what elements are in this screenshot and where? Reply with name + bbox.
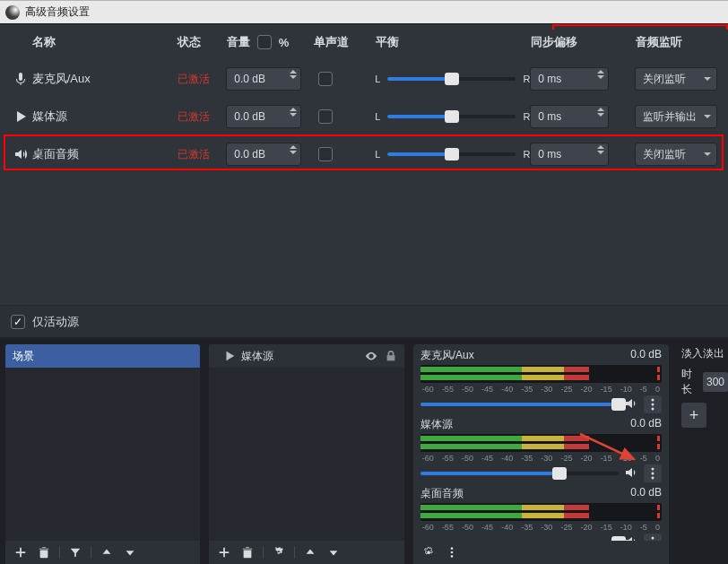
sync-input[interactable]: 0 ms (530, 67, 609, 91)
monitor-select[interactable]: 关闭监听 (635, 67, 717, 91)
source-down-button[interactable] (324, 543, 343, 561)
scene-add-button[interactable] (11, 543, 30, 561)
channel-volume-slider[interactable] (420, 403, 619, 406)
volume-input[interactable]: 0.0 dB (226, 143, 301, 166)
source-delete-button[interactable] (238, 543, 257, 561)
row-name: 麦克风/Aux (32, 71, 178, 87)
duration-input[interactable]: 300 (703, 372, 728, 392)
monitor-select[interactable]: 监听并输出 (635, 105, 717, 128)
svg-point-2 (651, 408, 654, 411)
balance-right-label: R (523, 111, 530, 122)
channel-level: 0.0 dB (630, 486, 662, 501)
mono-checkbox[interactable] (318, 147, 333, 161)
scenes-footer (5, 541, 200, 564)
balance-left-label: L (375, 74, 380, 84)
vu-meter (420, 503, 662, 521)
header-balance: 平衡 (376, 34, 531, 50)
svg-point-10 (450, 547, 453, 550)
active-only-label: 仅活动源 (32, 314, 79, 330)
scene-down-button[interactable] (120, 543, 140, 561)
speaker-icon[interactable] (624, 396, 638, 413)
eye-icon[interactable] (365, 350, 377, 362)
scenes-body[interactable] (5, 368, 200, 541)
svg-point-4 (651, 473, 654, 475)
mono-checkbox[interactable] (318, 109, 333, 124)
channel-name: 媒体源 (420, 417, 453, 432)
mono-checkbox[interactable] (318, 72, 333, 86)
meter-ticks: -60-55-50-45-40-35-30-25-20-15-10-50 (420, 523, 662, 532)
table-header: 名称 状态 音量 % 单声道 平衡 同步偏移 音频监听 (0, 24, 728, 60)
window-titlebar: 高级音频设置 (0, 0, 728, 23)
row-state: 已激活 (178, 147, 226, 162)
sources-body[interactable] (209, 368, 403, 541)
monitor-select[interactable]: 关闭监听 (635, 143, 717, 166)
svg-point-0 (651, 399, 654, 402)
scenes-panel: 场景 (5, 344, 200, 564)
svg-point-3 (651, 468, 654, 471)
vu-meter (420, 365, 662, 383)
percent-checkbox[interactable] (257, 35, 272, 49)
annotation-red-top (552, 24, 728, 30)
audio-row: 麦克风/Aux已激活0.0 dBLR0 ms关闭监听 (0, 60, 728, 98)
speaker-icon[interactable] (624, 465, 638, 482)
header-monitor: 音频监听 (636, 34, 717, 50)
transition-add-button[interactable]: + (681, 403, 706, 428)
audio-row: 桌面音频已激活0.0 dBLR0 ms关闭监听 (0, 135, 728, 173)
divider (263, 546, 264, 559)
scene-delete-button[interactable] (34, 543, 54, 561)
source-props-button[interactable] (269, 543, 289, 561)
balance-right-label: R (523, 149, 530, 160)
svg-point-6 (651, 537, 654, 540)
row-state: 已激活 (178, 72, 226, 87)
channel-level: 0.0 dB (630, 348, 662, 363)
channel-menu-button[interactable] (644, 534, 662, 541)
volume-input[interactable]: 0.0 dB (226, 105, 301, 128)
advanced-audio-modal: 名称 状态 音量 % 单声道 平衡 同步偏移 音频监听 麦克风/Aux已激活0.… (0, 23, 728, 337)
docks: 场景 媒体源 (0, 339, 728, 564)
channel-volume-slider[interactable] (420, 472, 619, 475)
balance-slider[interactable] (387, 152, 516, 156)
scenes-header[interactable]: 场景 (5, 344, 200, 368)
row-name: 桌面音频 (32, 146, 178, 162)
active-only-checkbox[interactable] (11, 315, 25, 329)
play-icon (223, 350, 236, 362)
balance-left-label: L (375, 111, 380, 122)
sources-panel: 媒体源 (209, 344, 403, 564)
modal-footer: 仅活动源 (0, 305, 728, 337)
obs-icon (5, 5, 20, 20)
source-up-button[interactable] (300, 543, 320, 561)
meter-ticks: -60-55-50-45-40-35-30-25-20-15-10-50 (420, 454, 662, 463)
volume-input[interactable]: 0.0 dB (226, 67, 301, 91)
scene-filter-button[interactable] (65, 543, 85, 561)
sync-input[interactable]: 0 ms (530, 143, 609, 166)
speaker-icon[interactable] (624, 534, 638, 542)
balance-slider[interactable] (387, 77, 516, 81)
mixer-menu-button[interactable] (442, 543, 462, 561)
header-mono: 单声道 (314, 34, 376, 50)
divider (91, 546, 91, 559)
transition-panel: 淡入淡出 时长 300 + (678, 344, 728, 564)
scene-up-button[interactable] (97, 543, 117, 561)
mixer-settings-button[interactable] (419, 543, 438, 561)
audio-row: 媒体源已激活0.0 dBLR0 ms监听并输出 (0, 98, 728, 135)
sources-header[interactable]: 媒体源 (209, 344, 403, 368)
svg-point-11 (450, 551, 453, 554)
divider (59, 546, 60, 559)
sync-input[interactable]: 0 ms (530, 105, 609, 128)
vu-meter (420, 434, 662, 452)
scenes-title: 场景 (13, 349, 34, 364)
channel-level: 0.0 dB (630, 417, 662, 432)
mixer-footer (413, 541, 669, 564)
lock-icon[interactable] (385, 350, 397, 362)
source-add-button[interactable] (214, 543, 234, 561)
mixer-channel: 媒体源0.0 dB-60-55-50-45-40-35-30-25-20-15-… (420, 417, 662, 482)
channel-menu-button[interactable] (644, 464, 662, 482)
channel-name: 桌面音频 (420, 486, 464, 501)
row-name: 媒体源 (32, 108, 178, 125)
svg-point-1 (651, 403, 654, 406)
balance-slider[interactable] (387, 115, 516, 118)
transition-label: 淡入淡出 (681, 344, 728, 361)
channel-menu-button[interactable] (644, 395, 662, 413)
meter-ticks: -60-55-50-45-40-35-30-25-20-15-10-50 (420, 385, 662, 394)
balance-left-label: L (375, 149, 380, 160)
